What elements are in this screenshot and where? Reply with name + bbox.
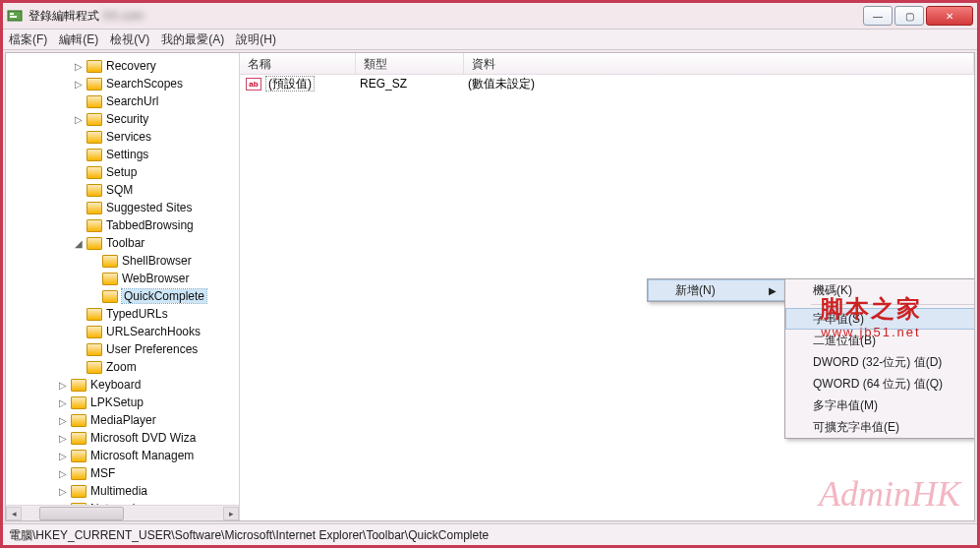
- expander-icon[interactable]: ▷: [57, 467, 69, 479]
- expander-icon: [73, 308, 85, 320]
- content-area: ▷Recovery▷SearchScopesSearchUrl▷Security…: [5, 52, 975, 521]
- submenu-arrow-icon: ▶: [769, 285, 777, 296]
- tree-item[interactable]: ▷Security: [10, 110, 239, 128]
- ctx-new-label: 新增(N): [675, 282, 716, 299]
- tree-pane: ▷Recovery▷SearchScopesSearchUrl▷Security…: [6, 53, 240, 520]
- value-data: (數值未設定): [468, 76, 974, 92]
- tree-item[interactable]: ▷MSF: [10, 464, 239, 482]
- ctx-item[interactable]: 可擴充字串值(E): [785, 416, 974, 438]
- menu-favorites[interactable]: 我的最愛(A): [161, 31, 224, 48]
- menu-file[interactable]: 檔案(F): [9, 31, 47, 48]
- ctx-item[interactable]: 多字串值(M): [785, 395, 974, 416]
- folder-icon: [86, 343, 102, 356]
- close-button[interactable]: ✕: [926, 6, 973, 26]
- tree-item-label: Microsoft DVD Wiza: [90, 431, 196, 445]
- menu-help[interactable]: 說明(H): [236, 31, 276, 48]
- expander-icon[interactable]: ▷: [57, 432, 69, 444]
- expander-icon: [73, 95, 85, 107]
- tree-hscrollbar[interactable]: ◂ ▸: [6, 505, 239, 520]
- tree-item-label: MediaPlayer: [90, 413, 156, 427]
- col-data[interactable]: 資料: [464, 53, 974, 74]
- ctx-item[interactable]: 二進位值(B): [785, 330, 974, 351]
- ctx-item[interactable]: 字串值(S): [785, 308, 974, 330]
- scroll-track[interactable]: [22, 507, 223, 520]
- expander-icon[interactable]: ▷: [57, 379, 69, 391]
- maximize-button[interactable]: ▢: [894, 6, 924, 26]
- ctx-item[interactable]: QWORD (64 位元) 值(Q): [785, 373, 974, 395]
- tree-item-label: QuickComplete: [122, 289, 206, 303]
- ctx-separator: [811, 304, 974, 305]
- scroll-right-button[interactable]: ▸: [223, 507, 239, 520]
- expander-icon: [88, 290, 100, 302]
- folder-icon: [86, 308, 102, 321]
- tree-item[interactable]: ShellBrowser: [10, 252, 239, 270]
- tree-item[interactable]: Zoom: [10, 358, 239, 376]
- tree-item-label: SearchUrl: [106, 94, 158, 108]
- col-type[interactable]: 類型: [356, 53, 464, 74]
- folder-icon: [86, 326, 102, 338]
- tree-item[interactable]: Services: [10, 128, 239, 146]
- expander-icon[interactable]: ▷: [73, 113, 85, 125]
- values-list[interactable]: ab(預設值)REG_SZ(數值未設定) 新增(N) ▶ 機碼(K)字串值(S)…: [240, 75, 974, 520]
- window-controls: — ▢ ✕: [863, 6, 973, 26]
- tree-item[interactable]: TabbedBrowsing: [10, 216, 239, 234]
- ctx-item[interactable]: 機碼(K): [785, 279, 974, 301]
- tree-item[interactable]: SQM: [10, 181, 239, 199]
- folder-icon: [86, 95, 102, 108]
- expander-icon[interactable]: ▷: [57, 396, 69, 408]
- tree-item[interactable]: ◢Toolbar: [10, 234, 239, 252]
- col-name[interactable]: 名稱: [240, 53, 356, 74]
- tree-item[interactable]: Settings: [10, 146, 239, 163]
- ctx-item-label: DWORD (32-位元) 值(D): [813, 354, 942, 371]
- minimize-button[interactable]: —: [863, 6, 893, 26]
- tree-item[interactable]: ▷Microsoft DVD Wiza: [10, 429, 239, 447]
- tree-item[interactable]: URLSearchHooks: [10, 323, 239, 340]
- tree-item[interactable]: Setup: [10, 163, 239, 181]
- tree-item[interactable]: TypedURLs: [10, 305, 239, 323]
- expander-icon[interactable]: ▷: [57, 450, 69, 461]
- folder-icon: [71, 432, 86, 445]
- tree-item[interactable]: ▷Microsoft Managem: [10, 447, 239, 464]
- tree-item[interactable]: ▷MediaPlayer: [10, 411, 239, 429]
- expander-icon[interactable]: ▷: [57, 414, 69, 426]
- tree-item[interactable]: WebBrowser: [10, 270, 239, 287]
- expander-icon[interactable]: ◢: [73, 237, 85, 249]
- folder-icon: [86, 60, 102, 73]
- expander-icon[interactable]: ▷: [73, 78, 85, 90]
- menubar: 檔案(F) 編輯(E) 檢視(V) 我的最愛(A) 說明(H): [3, 29, 977, 50]
- tree-item[interactable]: ▷Keyboard: [10, 376, 239, 394]
- tree-item[interactable]: SearchUrl: [10, 92, 239, 110]
- folder-icon: [102, 255, 118, 268]
- tree-item[interactable]: ▷Multimedia: [10, 482, 239, 500]
- tree-item-label: Keyboard: [90, 378, 141, 392]
- expander-icon: [73, 184, 85, 196]
- ctx-new[interactable]: 新增(N) ▶: [648, 279, 785, 301]
- ctx-item[interactable]: DWORD (32-位元) 值(D): [785, 351, 974, 373]
- menu-view[interactable]: 檢視(V): [110, 31, 149, 48]
- expander-icon[interactable]: ▷: [73, 60, 85, 72]
- folder-icon: [71, 485, 86, 498]
- tree-item-label: WebBrowser: [122, 272, 189, 285]
- tree-item[interactable]: ▷SearchScopes: [10, 75, 239, 92]
- tree-item[interactable]: User Preferences: [10, 340, 239, 358]
- tree-item[interactable]: ▷LPKSetup: [10, 394, 239, 411]
- tree-item-label: Services: [106, 130, 151, 144]
- ctx-item-label: QWORD (64 位元) 值(Q): [813, 376, 943, 393]
- expander-icon[interactable]: ▷: [57, 485, 69, 497]
- expander-icon: [73, 202, 85, 213]
- column-headers: 名稱 類型 資料: [240, 53, 974, 75]
- tree-item[interactable]: Suggested Sites: [10, 199, 239, 216]
- tree-item-label: MSF: [90, 466, 115, 480]
- expander-icon: [73, 343, 85, 355]
- value-row[interactable]: ab(預設值)REG_SZ(數值未設定): [240, 75, 974, 92]
- tree-item[interactable]: ▷Recovery: [10, 57, 239, 75]
- scroll-left-button[interactable]: ◂: [6, 507, 22, 520]
- expander-icon: [88, 255, 100, 267]
- tree-item-label: Security: [106, 112, 148, 126]
- statusbar: 電腦\HKEY_CURRENT_USER\Software\Microsoft\…: [3, 523, 977, 545]
- folder-icon: [86, 237, 102, 250]
- menu-edit[interactable]: 編輯(E): [59, 31, 98, 48]
- tree-item[interactable]: QuickComplete: [10, 287, 239, 305]
- scroll-thumb[interactable]: [39, 507, 124, 520]
- registry-tree[interactable]: ▷Recovery▷SearchScopesSearchUrl▷Security…: [6, 53, 239, 520]
